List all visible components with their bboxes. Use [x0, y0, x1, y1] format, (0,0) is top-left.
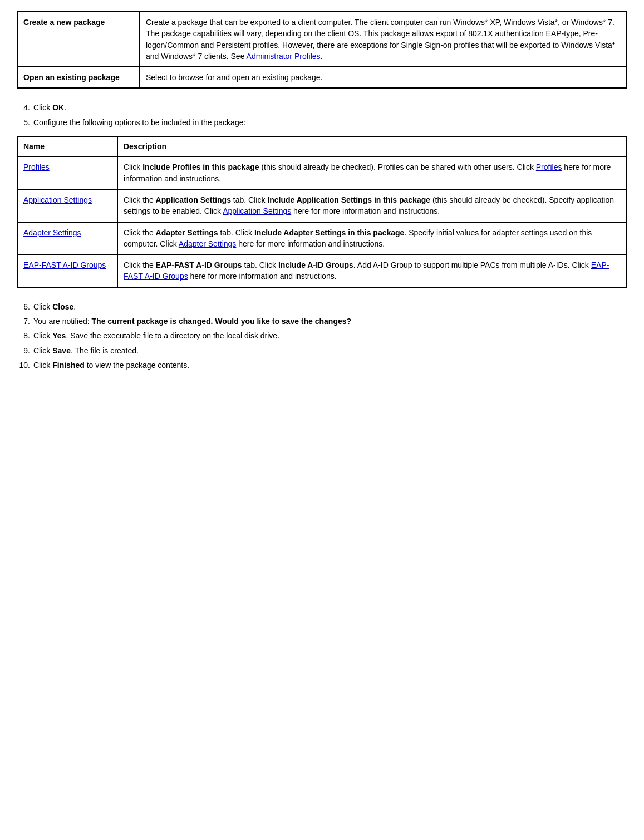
eap-fast-description: Click the EAP-FAST A-ID Groups tab. Clic… — [117, 254, 627, 287]
step-8: 8. Click Yes. Save the executable file t… — [17, 330, 627, 341]
ok-label: OK — [52, 103, 64, 112]
col-name-header: Name — [17, 136, 117, 156]
adapter-settings-link[interactable]: Adapter Settings — [23, 228, 81, 237]
finished-label: Finished — [52, 361, 85, 370]
application-settings-description: Click the Application Settings tab. Clic… — [117, 189, 627, 222]
profiles-inline-link[interactable]: Profiles — [536, 163, 562, 171]
options-table-header-row: Name Description — [17, 136, 627, 156]
open-existing-package-label: Open an existing package — [17, 67, 140, 88]
application-settings-inline-link[interactable]: Application Settings — [223, 207, 291, 215]
open-existing-package-row: Open an existing package Select to brows… — [17, 67, 627, 88]
step-5: 5. Configure the following options to be… — [17, 117, 627, 128]
yes-label: Yes — [52, 331, 66, 340]
open-existing-package-description: Select to browse for and open an existin… — [140, 67, 627, 88]
step-7: 7. You are notified: The current package… — [17, 316, 627, 327]
save-label: Save — [52, 346, 71, 355]
package-options-table: Create a new package Create a package th… — [17, 11, 627, 89]
configure-options-table: Name Description Profiles Click Include … — [17, 136, 627, 288]
adapter-settings-row: Adapter Settings Click the Adapter Setti… — [17, 222, 627, 255]
application-settings-name-cell: Application Settings — [17, 189, 117, 222]
eap-fast-name-cell: EAP-FAST A-ID Groups — [17, 254, 117, 287]
step-10: 10. Click Finished to view the package c… — [17, 360, 627, 371]
profiles-link[interactable]: Profiles — [23, 163, 50, 171]
notification-text: The current package is changed. Would yo… — [92, 317, 352, 326]
create-new-package-label: Create a new package — [17, 12, 140, 67]
adapter-settings-name-cell: Adapter Settings — [17, 222, 117, 255]
steps-before-list: 4. Click OK. 5. Configure the following … — [17, 102, 627, 128]
eap-fast-link[interactable]: EAP-FAST A-ID Groups — [23, 261, 106, 269]
close-label: Close — [52, 302, 73, 311]
step-4: 4. Click OK. — [17, 102, 627, 113]
adapter-settings-description: Click the Adapter Settings tab. Click In… — [117, 222, 627, 255]
steps-after-list: 6. Click Close. 7. You are notified: The… — [17, 301, 627, 371]
step-5-text: Configure the following options to be in… — [33, 117, 245, 128]
profiles-name-cell: Profiles — [17, 156, 117, 189]
step-9: 9. Click Save. The file is created. — [17, 345, 627, 356]
eap-fast-row: EAP-FAST A-ID Groups Click the EAP-FAST … — [17, 254, 627, 287]
administrator-profiles-link[interactable]: Administrator Profiles — [247, 52, 321, 61]
create-new-package-description: Create a package that can be exported to… — [140, 12, 627, 67]
application-settings-link[interactable]: Application Settings — [23, 195, 92, 204]
step-6: 6. Click Close. — [17, 301, 627, 312]
profiles-row: Profiles Click Include Profiles in this … — [17, 156, 627, 189]
create-new-package-row: Create a new package Create a package th… — [17, 12, 627, 67]
adapter-settings-inline-link[interactable]: Adapter Settings — [179, 239, 237, 248]
col-description-header: Description — [117, 136, 627, 156]
application-settings-row: Application Settings Click the Applicati… — [17, 189, 627, 222]
profiles-description: Click Include Profiles in this package (… — [117, 156, 627, 189]
